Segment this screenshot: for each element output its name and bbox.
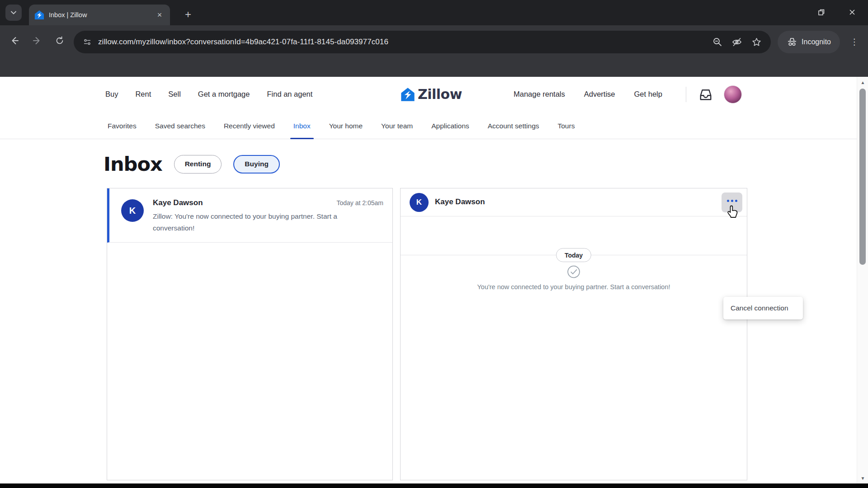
chevron-down-icon bbox=[10, 9, 17, 16]
scrollbar-thumb[interactable] bbox=[859, 89, 866, 265]
thread-header: K Kaye Dawson bbox=[401, 188, 747, 216]
forward-arrow-icon bbox=[33, 38, 39, 44]
incognito-label: Incognito bbox=[802, 38, 831, 46]
subnav-your-team[interactable]: Your team bbox=[381, 121, 413, 130]
cancel-connection-menu-item[interactable]: Cancel connection bbox=[731, 304, 788, 312]
primary-nav-left: Buy Rent Sell Get a mortgage Find an age… bbox=[105, 77, 312, 112]
ellipsis-icon bbox=[727, 200, 737, 202]
filter-renting-button[interactable]: Renting bbox=[174, 155, 222, 174]
subnav-favorites[interactable]: Favorites bbox=[108, 121, 137, 130]
subnav-inbox[interactable]: Inbox bbox=[293, 121, 311, 130]
zoom-indicator-icon[interactable] bbox=[712, 37, 722, 47]
conversation-thread-panel: K Kaye Dawson Today You're now connected… bbox=[400, 188, 747, 480]
url-bar[interactable]: zillow.com/myzillow/inbox?conversationId… bbox=[74, 31, 771, 53]
subnav-applications[interactable]: Applications bbox=[431, 121, 469, 130]
nav-get-help[interactable]: Get help bbox=[634, 90, 662, 99]
primary-nav-right: Manage rentals Advertise Get help bbox=[514, 77, 662, 112]
thread-context-menu: Cancel connection bbox=[723, 297, 803, 319]
tab-title: Inbox | Zillow bbox=[49, 11, 155, 19]
browser-tab[interactable]: Inbox | Zillow × bbox=[29, 5, 170, 25]
subnav-account-settings[interactable]: Account settings bbox=[488, 121, 539, 130]
contact-name: Kaye Dawson bbox=[153, 198, 203, 207]
nav-advertise[interactable]: Advertise bbox=[584, 90, 615, 99]
browser-menu-button[interactable]: ⋮ bbox=[846, 33, 863, 50]
thread-contact-name: Kaye Dawson bbox=[435, 197, 485, 206]
nav-sell[interactable]: Sell bbox=[168, 90, 181, 99]
nav-manage-rentals[interactable]: Manage rentals bbox=[514, 90, 565, 99]
back-button[interactable] bbox=[5, 32, 24, 50]
scroll-up-arrow[interactable]: ▲ bbox=[857, 77, 868, 88]
window-controls bbox=[781, 4, 862, 21]
browser-toolbar: zillow.com/myzillow/inbox?conversationId… bbox=[0, 25, 868, 77]
profile-avatar[interactable] bbox=[724, 85, 742, 103]
incognito-icon bbox=[787, 37, 797, 47]
conversation-list-item[interactable]: K Kaye Dawson Today at 2:05am Zillow: Yo… bbox=[107, 188, 392, 243]
site-info-icon[interactable] bbox=[83, 38, 92, 47]
subnav-saved-searches[interactable]: Saved searches bbox=[155, 121, 205, 130]
page-scrollbar[interactable]: ▲ ▼ bbox=[857, 77, 868, 483]
bottom-black-strip bbox=[0, 483, 868, 488]
zillow-house-icon bbox=[401, 87, 415, 102]
minimize-button[interactable] bbox=[781, 4, 800, 21]
nav-find-an-agent[interactable]: Find an agent bbox=[267, 90, 312, 99]
nav-rent[interactable]: Rent bbox=[135, 90, 151, 99]
reload-button[interactable] bbox=[51, 32, 69, 50]
nav-get-a-mortgage[interactable]: Get a mortgage bbox=[198, 90, 250, 99]
filter-buying-button[interactable]: Buying bbox=[233, 155, 280, 174]
forward-button[interactable] bbox=[28, 32, 46, 50]
incognito-badge: Incognito bbox=[778, 31, 840, 53]
zillow-wordmark: Zillow bbox=[418, 86, 462, 102]
thread-more-button[interactable] bbox=[722, 192, 742, 212]
nav-buy[interactable]: Buy bbox=[105, 90, 118, 99]
myzillow-subnav: Favorites Saved searches Recently viewed… bbox=[0, 112, 868, 139]
subnav-tours[interactable]: Tours bbox=[558, 121, 575, 130]
close-window-button[interactable] bbox=[843, 4, 862, 21]
browser-tab-strip: Inbox | Zillow × + bbox=[0, 0, 868, 25]
eye-off-icon[interactable] bbox=[731, 37, 742, 47]
header-divider bbox=[686, 87, 686, 102]
site-header: Buy Rent Sell Get a mortgage Find an age… bbox=[0, 77, 868, 112]
zillow-page: Buy Rent Sell Get a mortgage Find an age… bbox=[0, 77, 868, 483]
inbox-tray-icon[interactable] bbox=[698, 86, 714, 103]
subnav-your-home[interactable]: Your home bbox=[329, 121, 363, 130]
conversation-list-panel: K Kaye Dawson Today at 2:05am Zillow: Yo… bbox=[107, 188, 393, 480]
zillow-logo[interactable]: Zillow bbox=[401, 77, 462, 112]
thread-contact-avatar: K bbox=[410, 193, 429, 212]
tab-search-button[interactable] bbox=[5, 5, 22, 21]
page-title: Inbox bbox=[104, 153, 162, 175]
back-arrow-icon bbox=[13, 38, 19, 44]
system-notice: You're now connected to your buying part… bbox=[401, 283, 747, 291]
tab-close-icon[interactable]: × bbox=[155, 10, 165, 20]
scroll-down-arrow[interactable]: ▼ bbox=[857, 473, 868, 483]
check-circle-icon bbox=[567, 265, 581, 279]
message-timestamp: Today at 2:05am bbox=[336, 199, 383, 206]
message-preview: Zillow: You're now connected to your buy… bbox=[153, 211, 373, 234]
new-tab-button[interactable]: + bbox=[181, 7, 195, 22]
subnav-recently-viewed[interactable]: Recently viewed bbox=[224, 121, 275, 130]
bookmark-star-icon[interactable] bbox=[751, 37, 762, 47]
screen: Inbox | Zillow × + zillow.com/m bbox=[0, 0, 868, 488]
url-text[interactable]: zillow.com/myzillow/inbox?conversationId… bbox=[98, 38, 707, 47]
restore-button[interactable] bbox=[812, 4, 831, 21]
zillow-favicon-icon bbox=[34, 10, 44, 20]
date-pill: Today bbox=[556, 248, 591, 262]
contact-avatar: K bbox=[121, 199, 144, 222]
